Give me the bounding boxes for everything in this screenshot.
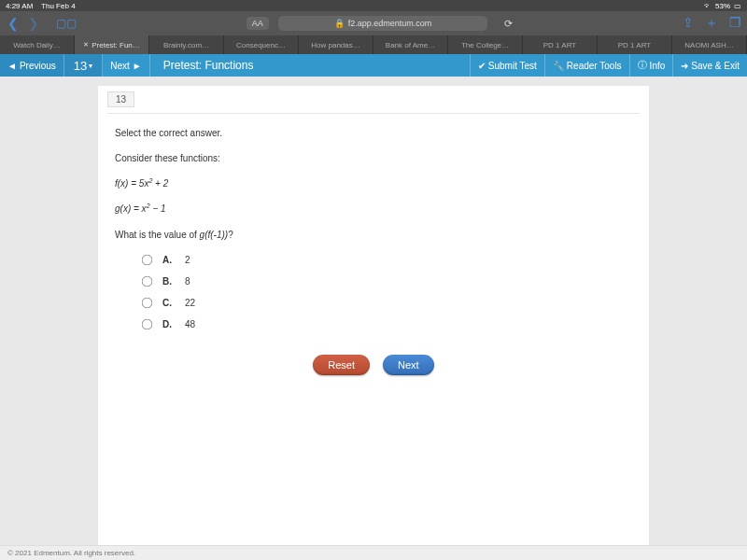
status-date: Thu Feb 4 <box>41 2 75 10</box>
browser-tab[interactable]: How pandas… <box>299 35 374 54</box>
answer-choices: A. 2 B. 8 C. 22 D. 48 <box>141 252 632 332</box>
app-toolbar: ◄ Previous 13▾ Next ► Pretest: Functions… <box>0 54 747 77</box>
url-text: f2.app.edmentum.com <box>348 19 432 28</box>
choice-b[interactable]: B. 8 <box>141 273 632 289</box>
question-ask: What is the value of g(f(-1))? <box>115 227 632 243</box>
equation-f: f(x) = 5x2 + 2 <box>115 175 632 191</box>
choice-c[interactable]: C. 22 <box>141 295 632 311</box>
tabs-icon[interactable]: ❐ <box>729 15 741 32</box>
footer-copyright: © 2021 Edmentum. All rights reserved. <box>0 545 747 560</box>
next-button[interactable]: Next ► <box>103 54 149 77</box>
question-prompt: Select the correct answer. <box>115 125 632 141</box>
browser-tab[interactable]: Watch Daily… <box>0 35 75 54</box>
battery-percent: 53% <box>715 2 730 10</box>
close-icon[interactable]: ✕ <box>83 41 89 49</box>
wifi-icon: ᯤ <box>704 2 712 10</box>
check-icon: ✔ <box>478 61 486 71</box>
next-question-button[interactable]: Next <box>383 355 434 375</box>
browser-tab[interactable]: Brainly.com… <box>149 35 224 54</box>
browser-tab[interactable]: PD 1 ART <box>523 35 598 54</box>
forward-button[interactable]: ❯ <box>26 16 41 31</box>
bookmarks-icon[interactable]: ▢▢ <box>56 17 77 30</box>
address-bar[interactable]: 🔒 f2.app.edmentum.com <box>278 16 488 31</box>
ipad-status-bar: 4:29 AM Thu Feb 4 ᯤ 53% ▭ <box>0 0 747 11</box>
reader-tools-button[interactable]: 🔧 Reader Tools <box>544 54 629 77</box>
back-button[interactable]: ❮ <box>6 16 21 31</box>
wrench-icon: 🔧 <box>553 61 564 71</box>
submit-test-button[interactable]: ✔ Submit Test <box>470 54 544 77</box>
question-card: 13 Select the correct answer. Consider t… <box>98 86 649 545</box>
previous-button[interactable]: ◄ Previous <box>0 54 64 77</box>
choice-a[interactable]: A. 2 <box>141 252 632 268</box>
save-icon: ➜ <box>681 61 688 71</box>
chevron-right-icon: ► <box>133 61 142 71</box>
button-row: Reset Next <box>115 355 632 525</box>
browser-tab[interactable]: NAOMI ASH… <box>672 35 747 54</box>
status-time: 4:29 AM <box>6 2 33 10</box>
safari-toolbar: ❮ ❯ ▢▢ AA 🔒 f2.app.edmentum.com ⟳ ⇪ ＋ ❐ <box>0 11 747 35</box>
choice-a-radio[interactable] <box>142 254 153 265</box>
equation-g: g(x) = x2 − 1 <box>115 201 632 217</box>
question-number-dropdown[interactable]: 13▾ <box>64 54 103 77</box>
content-area: 13 Select the correct answer. Consider t… <box>0 77 747 545</box>
reset-button[interactable]: Reset <box>313 355 370 375</box>
chevron-left-icon: ◄ <box>7 61 17 71</box>
chevron-down-icon: ▾ <box>89 62 92 70</box>
choice-d-radio[interactable] <box>142 318 153 329</box>
info-button[interactable]: ⓘ Info <box>629 54 673 77</box>
browser-tab[interactable]: Consequenc… <box>224 35 299 54</box>
choice-d[interactable]: D. 48 <box>141 316 632 332</box>
info-icon: ⓘ <box>638 59 647 72</box>
question-intro: Consider these functions: <box>115 150 632 166</box>
browser-tab-bar: Watch Daily… ✕Pretest: Fun… Brainly.com…… <box>0 35 747 54</box>
browser-tab[interactable]: The College… <box>448 35 523 54</box>
new-tab-icon[interactable]: ＋ <box>705 15 718 32</box>
browser-tab[interactable]: Bank of Ame… <box>374 35 448 54</box>
reload-icon[interactable]: ⟳ <box>504 18 513 30</box>
share-icon[interactable]: ⇪ <box>683 15 694 32</box>
save-exit-button[interactable]: ➜ Save & Exit <box>672 54 747 77</box>
page-title: Pretest: Functions <box>150 59 470 72</box>
lock-icon: 🔒 <box>334 19 345 28</box>
battery-icon: ▭ <box>734 2 741 10</box>
choice-c-radio[interactable] <box>142 297 153 308</box>
text-size-button[interactable]: AA <box>247 17 269 30</box>
choice-b-radio[interactable] <box>142 275 153 287</box>
browser-tab[interactable]: ✕Pretest: Fun… <box>75 35 149 54</box>
question-header: 13 <box>107 86 640 114</box>
browser-tab[interactable]: PD 1 ART <box>598 35 672 54</box>
question-number-box: 13 <box>107 91 134 107</box>
